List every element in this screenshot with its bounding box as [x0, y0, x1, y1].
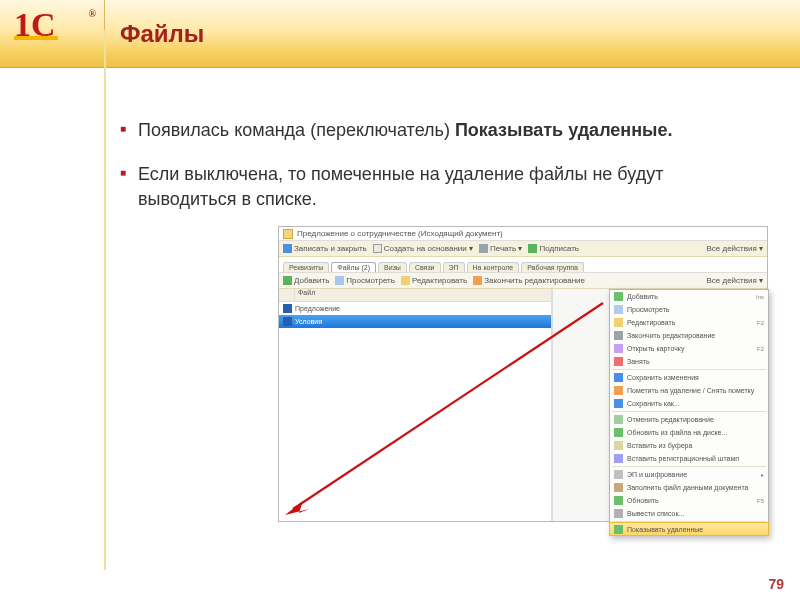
ctx-item[interactable]: ДобавитьIns [610, 290, 768, 303]
sign-button[interactable]: Подписать [528, 244, 579, 253]
logo-reg: ® [89, 8, 96, 19]
all-actions-1[interactable]: Все действия ▾ [706, 244, 763, 253]
divider-short [104, 0, 105, 30]
sign-icon [528, 244, 537, 253]
ctx-item[interactable]: Сохранить изменения [610, 371, 768, 384]
tab-group[interactable]: Рабочая группа [521, 262, 584, 272]
bullet-1: Появилась команда (переключатель) Показы… [120, 118, 740, 142]
tab-reqs[interactable]: Реквизиты [283, 262, 329, 272]
ci-save [614, 399, 623, 408]
ctx-item[interactable]: Просмотреть [610, 303, 768, 316]
window-icon [283, 229, 293, 239]
done-icon [473, 276, 482, 285]
ci-enc [614, 470, 623, 479]
ctx-item[interactable]: Вставить из буфера [610, 439, 768, 452]
tab-links[interactable]: Связи [409, 262, 441, 272]
all-actions-2[interactable]: Все действия ▾ [706, 276, 763, 285]
ci-list [614, 509, 623, 518]
tab-ep[interactable]: ЭП [443, 262, 465, 272]
doc-icon [373, 244, 382, 253]
print-button[interactable]: Печать ▾ [479, 244, 522, 253]
ctx-item[interactable]: Заполнить файл данными документа [610, 481, 768, 494]
add-icon [283, 276, 292, 285]
create-from-button[interactable]: Создать на основании ▾ [373, 244, 473, 253]
view-button[interactable]: Просмотреть [335, 276, 395, 285]
tab-control[interactable]: На контроле [467, 262, 520, 272]
word-icon [283, 304, 292, 313]
ci-undo [614, 415, 623, 424]
bullet-list: Появилась команда (переключатель) Показы… [120, 118, 740, 211]
logo: 1С ® [14, 6, 84, 60]
logo-underline [14, 36, 58, 40]
window-title: Предложение о сотрудничестве (Исходящий … [297, 229, 503, 238]
app-tabs: Реквизиты Файлы (2) Визы Связи ЭП На кон… [279, 257, 767, 273]
ctx-item[interactable]: Сохранить как... [610, 397, 768, 410]
app-titlebar: Предложение о сотрудничестве (Исходящий … [279, 227, 767, 241]
ctx-item[interactable]: Занять [610, 355, 768, 368]
save-close-button[interactable]: Записать и закрыть [283, 244, 367, 253]
page-number: 79 [768, 576, 784, 592]
bullet-2: Если выключена, то помеченные на удалени… [120, 162, 740, 211]
ci-mark [614, 386, 623, 395]
ctx-item[interactable]: ОбновитьF5 [610, 494, 768, 507]
ci-show [614, 525, 623, 534]
ctx-item[interactable]: Вывести список... [610, 507, 768, 520]
app-screenshot: Предложение о сотрудничестве (Исходящий … [278, 226, 768, 522]
logo-text: 1С ® [14, 6, 84, 44]
app-toolbar-1: Записать и закрыть Создать на основании … [279, 241, 767, 257]
ci-paste [614, 441, 623, 450]
ci-archive [614, 483, 623, 492]
ctx-item[interactable]: Закончить редактирование [610, 329, 768, 342]
ci-reg [614, 454, 623, 463]
word-icon [283, 317, 292, 326]
divider-long [104, 30, 106, 570]
ci-pic [614, 344, 623, 353]
header-band: Файлы [0, 0, 800, 68]
view-icon [335, 276, 344, 285]
ci-save [614, 373, 623, 382]
page-title: Файлы [120, 20, 204, 48]
file-list: Файл Предложение Условия [279, 289, 552, 521]
ctx-item[interactable]: Обновить из файла на диске... [610, 426, 768, 439]
file-row[interactable]: Предложение [279, 302, 551, 315]
ci-edit [614, 318, 623, 327]
done-button[interactable]: Закончить редактирование [473, 276, 585, 285]
ci-del [614, 357, 623, 366]
ctx-item[interactable]: ЭП и шифрование▸ [610, 468, 768, 481]
add-button[interactable]: Добавить [283, 276, 329, 285]
context-menu: ДобавитьInsПросмотретьРедактироватьF2Зак… [609, 289, 769, 536]
ctx-item[interactable]: Пометить на удаление / Снять пометку [610, 384, 768, 397]
edit-icon [401, 276, 410, 285]
file-row-selected[interactable]: Условия [279, 315, 551, 328]
tab-files[interactable]: Файлы (2) [331, 262, 376, 272]
ci-add [614, 292, 623, 301]
ctx-item[interactable]: Вставить регистрационный штамп [610, 452, 768, 465]
file-list-header: Файл [279, 289, 551, 302]
ci-refresh [614, 428, 623, 437]
edit-button[interactable]: Редактировать [401, 276, 467, 285]
ctx-item[interactable]: Отменить редактирование [610, 413, 768, 426]
print-icon [479, 244, 488, 253]
ctx-item[interactable]: РедактироватьF2 [610, 316, 768, 329]
ci-lock [614, 331, 623, 340]
app-toolbar-2: Добавить Просмотреть Редактировать Закон… [279, 273, 767, 289]
ctx-item[interactable]: Открыть карточкуF2 [610, 342, 768, 355]
ctx-item[interactable]: Показывать удаленные [609, 522, 769, 536]
ci-view [614, 305, 623, 314]
save-icon [283, 244, 292, 253]
ci-refresh [614, 496, 623, 505]
content: Появилась команда (переключатель) Показы… [0, 68, 800, 211]
tab-visas[interactable]: Визы [378, 262, 407, 272]
